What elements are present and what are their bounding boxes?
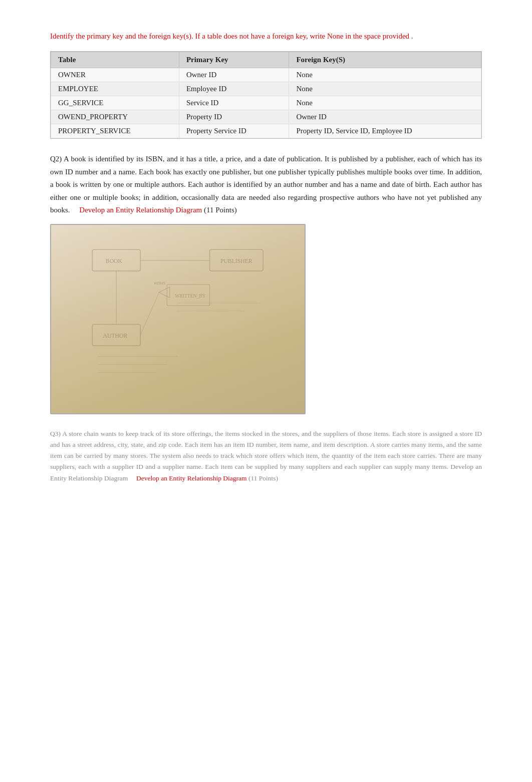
svg-marker-8 [159,287,170,298]
q3-erd-label: Develop an Entity Relationship Diagram [136,474,246,482]
intro-paragraph: Identify the primary key and the foreign… [50,30,482,42]
cell-table-name: OWEND_PROPERTY [51,110,179,124]
svg-text:BOOK: BOOK [106,258,123,265]
cell-primary-key: Service ID [179,96,289,110]
q3-points: (11 Points) [247,474,279,482]
q2-paragraph: Q2) A book is identified by its ISBN, an… [50,153,482,217]
cell-foreign-key: Owner ID [289,110,481,124]
q2-erd-label: Develop an Entity Relationship Diagram [79,206,202,214]
col-header-primary-key: Primary Key [179,52,289,68]
svg-text:PUBLISHER: PUBLISHER [220,258,252,265]
erd-diagram-image: BOOK PUBLISHER AUTHOR writes WRITTEN_BY [50,224,306,414]
table-row: GG_SERVICEService IDNone [51,96,481,110]
cell-primary-key: Owner ID [179,68,289,82]
q2-body-text: Q2) A book is identified by its ISBN, an… [50,155,482,214]
svg-line-10 [140,292,159,335]
table-row: PROPERTY_SERVICEProperty Service IDPrope… [51,124,481,138]
table-row: EMPLOYEEEmployee IDNone [51,82,481,96]
cell-foreign-key: Property ID, Service ID, Employee ID [289,124,481,138]
cell-foreign-key: None [289,68,481,82]
svg-text:writes: writes [154,280,166,285]
primary-foreign-key-table: Table Primary Key Foreign Key(S) OWNEROw… [50,51,482,139]
cell-foreign-key: None [289,82,481,96]
svg-text:AUTHOR: AUTHOR [103,333,128,339]
svg-text:WRITTEN_BY: WRITTEN_BY [175,293,206,299]
cell-primary-key: Property ID [179,110,289,124]
cell-table-name: EMPLOYEE [51,82,179,96]
cell-table-name: OWNER [51,68,179,82]
cell-primary-key: Employee ID [179,82,289,96]
col-header-foreign-key: Foreign Key(S) [289,52,481,68]
cell-table-name: GG_SERVICE [51,96,179,110]
cell-primary-key: Property Service ID [179,124,289,138]
cell-table-name: PROPERTY_SERVICE [51,124,179,138]
col-header-table: Table [51,52,179,68]
cell-foreign-key: None [289,96,481,110]
table-row: OWNEROwner IDNone [51,68,481,82]
q2-points: (11 Points) [202,206,236,214]
q3-paragraph: Q3) A store chain wants to keep track of… [50,428,482,484]
table-row: OWEND_PROPERTYProperty IDOwner ID [51,110,481,124]
